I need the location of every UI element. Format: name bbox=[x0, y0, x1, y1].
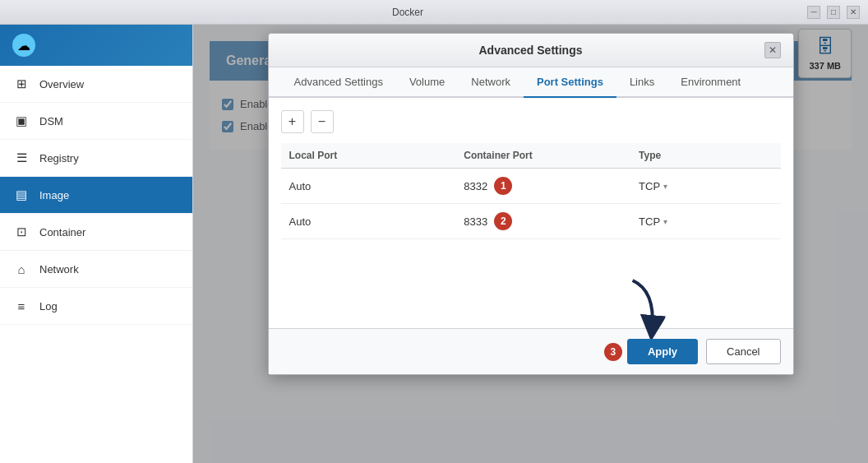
container-port-value-2: 8333 bbox=[464, 215, 487, 228]
modal-footer: 3 Apply Cancel bbox=[269, 328, 793, 374]
modal-close-button[interactable]: ✕ bbox=[764, 42, 781, 58]
container-port-cell-1: 8332 1 bbox=[455, 169, 630, 204]
modal-dialog: Advanced Settings ✕ Advanced Settings Vo… bbox=[268, 33, 794, 375]
image-icon: ▤ bbox=[13, 187, 30, 203]
cancel-button[interactable]: Cancel bbox=[706, 339, 780, 364]
type-value-1: TCP bbox=[639, 180, 660, 192]
type-value-2: TCP bbox=[639, 215, 660, 228]
log-icon: ≡ bbox=[13, 298, 30, 314]
modal-titlebar: Advanced Settings ✕ bbox=[269, 34, 793, 67]
app-logo-icon: ☁ bbox=[12, 34, 35, 57]
col-header-container-port: Container Port bbox=[455, 143, 630, 169]
sidebar-item-network[interactable]: ⌂ Network bbox=[0, 251, 192, 288]
modal-title: Advanced Settings bbox=[298, 44, 764, 57]
tab-volume[interactable]: Volume bbox=[396, 67, 458, 98]
table-row: Auto 8332 1 TC bbox=[281, 169, 781, 204]
sidebar-nav: ⊞ Overview ▣ DSM ☰ Registry ▤ Image ⊡ bbox=[0, 66, 192, 463]
sidebar-item-label-log: Log bbox=[39, 300, 58, 313]
local-port-cell-1: Auto bbox=[281, 169, 456, 204]
sidebar-item-label-network: Network bbox=[39, 263, 79, 275]
sidebar: ☁ ⊞ Overview ▣ DSM ☰ Registry ▤ Image bbox=[0, 25, 193, 463]
tab-environment[interactable]: Environment bbox=[667, 67, 754, 98]
add-port-button[interactable]: + bbox=[281, 110, 304, 133]
sidebar-item-image[interactable]: ▤ Image bbox=[0, 177, 192, 214]
local-port-cell-2: Auto bbox=[281, 204, 456, 239]
close-button[interactable]: ✕ bbox=[847, 6, 860, 19]
network-icon: ⌂ bbox=[13, 261, 30, 277]
tab-links[interactable]: Links bbox=[616, 67, 667, 98]
sidebar-item-dsm[interactable]: ▣ DSM bbox=[0, 103, 192, 140]
container-port-value-1: 8332 bbox=[464, 180, 487, 192]
sidebar-item-label-overview: Overview bbox=[39, 78, 84, 90]
container-icon: ⊡ bbox=[13, 224, 30, 240]
sidebar-item-label-dsm: DSM bbox=[39, 115, 63, 127]
registry-icon: ☰ bbox=[13, 150, 30, 166]
app-body: ☁ ⊞ Overview ▣ DSM ☰ Registry ▤ Image bbox=[0, 25, 868, 463]
table-header-row: Local Port Container Port Type bbox=[281, 143, 781, 169]
tab-port-settings[interactable]: Port Settings bbox=[524, 67, 616, 98]
type-dropdown-arrow-2[interactable]: ▾ bbox=[663, 217, 667, 226]
table-row: Auto 8333 2 TC bbox=[281, 204, 781, 239]
sidebar-item-label-registry: Registry bbox=[39, 152, 79, 164]
sidebar-item-overview[interactable]: ⊞ Overview bbox=[0, 66, 192, 103]
modal-overlay: Advanced Settings ✕ Advanced Settings Vo… bbox=[193, 25, 868, 463]
window-controls: ─ □ ✕ bbox=[807, 6, 860, 19]
remove-port-button[interactable]: − bbox=[311, 110, 334, 133]
apply-step-badge: 3 bbox=[604, 343, 622, 361]
minimize-button[interactable]: ─ bbox=[807, 6, 820, 19]
col-header-local-port: Local Port bbox=[281, 143, 456, 169]
type-cell-2: TCP ▾ bbox=[630, 204, 780, 239]
sidebar-item-log[interactable]: ≡ Log bbox=[0, 288, 192, 325]
modal-body: + − Local Port Container Port Type bbox=[269, 98, 793, 328]
apply-wrapper: 3 Apply bbox=[604, 339, 698, 364]
tab-advanced-settings[interactable]: Advanced Settings bbox=[281, 67, 396, 98]
sidebar-item-registry[interactable]: ☰ Registry bbox=[0, 140, 192, 177]
sidebar-item-container[interactable]: ⊡ Container bbox=[0, 214, 192, 251]
type-cell-1: TCP ▾ bbox=[630, 169, 780, 204]
dsm-icon: ▣ bbox=[13, 113, 30, 129]
app-window: Docker ─ □ ✕ ☁ ⊞ Overview ▣ DSM bbox=[0, 0, 868, 463]
container-port-cell-2: 8333 2 bbox=[455, 204, 630, 239]
step-badge-1: 1 bbox=[494, 177, 512, 195]
port-toolbar: + − bbox=[281, 110, 781, 133]
port-table: Local Port Container Port Type Auto bbox=[281, 143, 781, 239]
maximize-button[interactable]: □ bbox=[827, 6, 840, 19]
main-content: General Settings Enable Enable 🗄 337 MB bbox=[193, 25, 868, 463]
step-badge-2: 2 bbox=[494, 212, 512, 230]
type-dropdown-arrow-1[interactable]: ▾ bbox=[663, 182, 667, 191]
tab-network[interactable]: Network bbox=[458, 67, 524, 98]
title-bar: Docker ─ □ ✕ bbox=[0, 0, 868, 25]
apply-button[interactable]: Apply bbox=[627, 339, 698, 364]
sidebar-item-label-container: Container bbox=[39, 226, 85, 238]
col-header-type: Type bbox=[630, 143, 780, 169]
port-table-body: Auto 8332 1 TC bbox=[281, 169, 781, 239]
sidebar-item-label-image: Image bbox=[39, 189, 69, 201]
modal-tabs: Advanced Settings Volume Network Port Se… bbox=[269, 67, 793, 98]
app-title: Docker bbox=[8, 7, 807, 18]
overview-icon: ⊞ bbox=[13, 76, 30, 92]
sidebar-logo: ☁ bbox=[0, 25, 192, 66]
